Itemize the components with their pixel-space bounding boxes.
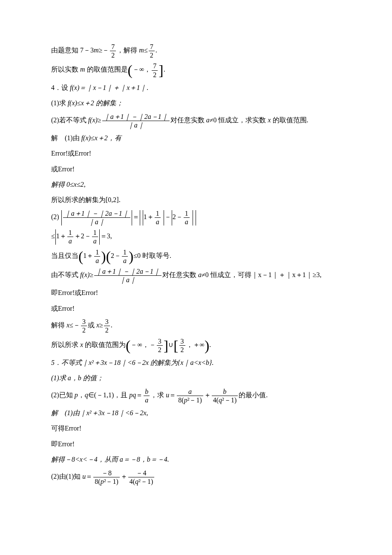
- fraction: 1a: [122, 248, 128, 265]
- abs-bar: [164, 210, 164, 225]
- text: ≤0 时取等号.: [133, 252, 171, 259]
- text: ≤: [51, 233, 55, 240]
- text: ²－1): [104, 478, 118, 485]
- var-m: m: [139, 46, 144, 54]
- text: ≥: [99, 322, 103, 329]
- text-line: 4．设 f(x)＝｜x－1｜＋｜x＋1｜.: [51, 81, 345, 94]
- text-line: 所以实数 m 的取值范围是(－∞，72].: [51, 62, 345, 78]
- numerator: a: [177, 387, 203, 396]
- var-q: q: [85, 391, 88, 399]
- fraction: 72: [152, 62, 158, 78]
- right-paren: ): [101, 248, 106, 264]
- fraction: 72: [149, 43, 155, 59]
- text-line: (2)若不等式 f(x)≥｜a＋1｜－｜2a－1｜｜a｜对任意实数 a≠0 恒成…: [51, 113, 345, 129]
- text: ＋2－: [74, 233, 91, 240]
- text-line: 解得 x≤－32或 x≥32.: [51, 318, 345, 334]
- text: 4(: [213, 396, 219, 404]
- fraction: －44(q²－1): [128, 469, 154, 486]
- text-line: (2)已知 p，q∈(－1,1)，且 pq＝ba，求 u＝a8(p²－1)＋b4…: [51, 387, 345, 404]
- text: ，＋∞: [186, 341, 205, 348]
- text: ∪: [168, 341, 173, 348]
- text-line: 解得－8<x<－4，从而 a＝－8，b＝－4.: [51, 453, 345, 466]
- text: (2)由(1)知: [51, 473, 82, 480]
- var-a: a: [206, 116, 210, 124]
- denominator: 2: [81, 326, 87, 334]
- text: ，: [78, 391, 85, 399]
- fraction: －88(p²－1): [93, 469, 119, 486]
- denominator: a: [94, 256, 100, 265]
- left-paren: (: [106, 248, 111, 264]
- abs-bar: [140, 210, 140, 225]
- text: 对任意实数: [170, 116, 206, 124]
- numerator: －4: [128, 469, 154, 477]
- numerator: 3: [104, 318, 110, 326]
- numerator: 3: [179, 337, 185, 345]
- denominator: 2: [110, 51, 116, 59]
- text: 4(: [130, 478, 135, 485]
- numerator: 1: [94, 248, 100, 256]
- fraction: 32: [157, 337, 163, 354]
- text: (x)≥: [90, 116, 101, 124]
- denominator: a: [122, 256, 128, 265]
- fraction: 1a: [92, 228, 98, 245]
- fraction: 1a: [155, 209, 161, 226]
- var-pq: pq: [129, 391, 136, 399]
- text: (2): [51, 213, 61, 220]
- fraction: a8(p²－1): [177, 387, 203, 404]
- text: 的取值范围.: [271, 116, 308, 124]
- numerator: 1: [122, 248, 128, 256]
- numerator: 7: [149, 43, 155, 51]
- fraction: 32: [104, 318, 110, 334]
- text: 的最小值.: [239, 391, 268, 399]
- denominator: ｜a｜: [63, 217, 130, 226]
- denominator: 2: [179, 345, 185, 354]
- text: 1＋: [56, 233, 66, 240]
- document-page: 由题意知 7－3m≥－72，解得 m≤72. 所以实数 m 的取值范围是(－∞，…: [0, 0, 392, 514]
- text: (x)≤x＋2，有: [83, 134, 121, 142]
- text: 对任意实数: [162, 271, 198, 278]
- text: ，求: [150, 391, 166, 399]
- text: 4．设: [51, 84, 70, 91]
- fraction: ｜a＋1｜－｜2a－1｜｜a｜: [63, 209, 130, 226]
- numerator: 3: [157, 337, 163, 345]
- denominator: a: [67, 237, 73, 245]
- text: ≥－: [99, 46, 110, 54]
- numerator: 7: [110, 43, 116, 51]
- text: .: [156, 46, 157, 54]
- text: ，解得: [117, 46, 139, 54]
- denominator: a: [92, 237, 98, 245]
- numerator: －8: [93, 469, 119, 477]
- numerator: 1: [155, 209, 161, 217]
- fraction: ba: [144, 387, 150, 404]
- text: 2－: [173, 213, 183, 220]
- denominator: 2: [157, 345, 163, 354]
- text: 解 (1)由: [51, 134, 81, 142]
- denominator: a: [144, 396, 150, 404]
- numerator: 1: [92, 228, 98, 237]
- text: ∈(－1,1)，且: [88, 391, 130, 399]
- numerator: 3: [81, 318, 87, 326]
- text: 解得: [51, 322, 66, 329]
- fraction: 1a: [67, 228, 73, 245]
- denominator: 8(p²－1): [177, 396, 203, 404]
- text: q: [135, 478, 138, 485]
- numerator: 1: [184, 209, 190, 217]
- text: ＝: [136, 391, 143, 399]
- text: (1)求: [51, 99, 68, 107]
- text: 1＋: [144, 213, 154, 220]
- left-paren: (: [128, 62, 133, 78]
- text: .: [164, 66, 165, 73]
- text-line: (1)求 f(x)≤x＋2 的解集；: [51, 97, 345, 110]
- left-paren: (: [78, 248, 83, 264]
- text-line: (2)由(1)知 u＝－88(p²－1)＋－44(q²－1): [51, 469, 345, 486]
- text: ²－1): [187, 396, 202, 404]
- text: －∞，: [133, 66, 151, 73]
- text: ＋: [121, 473, 127, 480]
- text: 当且仅当: [51, 252, 78, 259]
- left-paren: (: [126, 337, 130, 353]
- text-line: 或Error!: [51, 163, 345, 176]
- text: ＝: [169, 391, 176, 399]
- right-bracket: ]: [159, 62, 163, 78]
- text: ＝: [86, 473, 92, 480]
- text-line: 可得Error!: [51, 422, 345, 435]
